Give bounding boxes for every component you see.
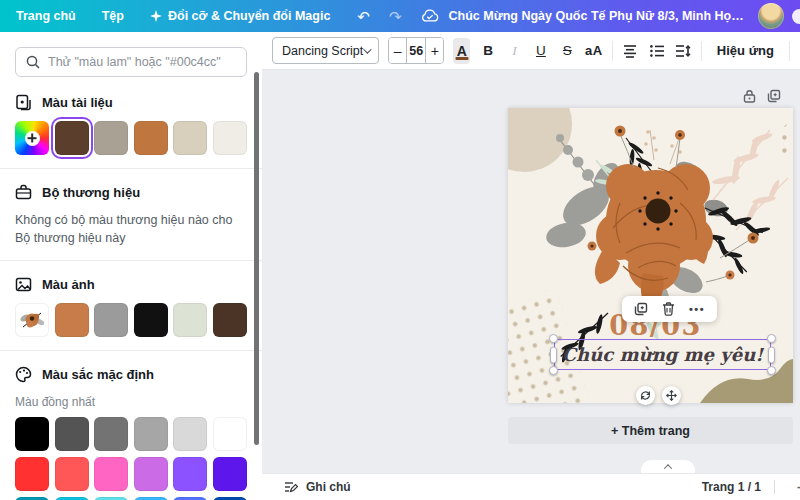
duplicate-page-icon[interactable] [767,89,781,107]
divider [0,350,262,351]
chevron-up-icon [664,464,672,472]
color-swatch[interactable] [94,417,128,451]
color-swatch[interactable] [15,457,49,491]
move-button[interactable] [662,386,681,405]
section-brand-kit: Bộ thương hiệu [15,184,247,201]
section-title: Bộ thương hiệu [42,185,140,200]
color-swatch[interactable] [173,457,207,491]
chevron-down-icon [363,45,371,53]
increase-font-size-button[interactable]: + [426,38,443,63]
color-swatch[interactable] [94,121,128,155]
brand-kit-icon [15,184,32,201]
element-floating-toolbar: ••• [622,296,717,322]
font-family-value: Dancing Script [282,44,363,58]
topbar-edge-button[interactable] [792,9,800,24]
search-icon [26,55,40,69]
list-icon[interactable] [648,38,665,64]
rotate-button[interactable] [636,386,655,405]
divider [789,41,790,61]
section-title: Màu ảnh [42,277,95,292]
effects-button[interactable]: Hiệu ứng [711,43,780,58]
document-color-swatches [15,121,247,155]
redo-icon[interactable]: ↷ [389,9,402,24]
menu-file[interactable]: Tệp [89,9,137,23]
selected-text-element[interactable]: Chúc mừng mẹ yêu! [554,339,771,370]
divider [0,168,262,169]
search-input[interactable] [48,55,236,69]
font-size-value[interactable]: 56 [406,38,427,63]
color-swatch-selected[interactable] [55,121,89,155]
color-swatch[interactable] [173,417,207,451]
resize-handle-left[interactable] [550,346,557,363]
notes-button[interactable]: Ghi chú [284,480,351,494]
lock-icon[interactable] [743,89,756,107]
color-swatch[interactable] [213,457,247,491]
decrease-font-size-button[interactable]: – [389,38,406,63]
section-default-colors: Màu sắc mặc định [15,366,247,383]
menu-magic-resize[interactable]: Đổi cỡ & Chuyển đổi Magic [137,9,343,23]
cloud-saved-icon[interactable] [421,9,439,23]
bottom-panel-toggle[interactable] [641,460,695,473]
menu-home[interactable]: Trang chủ [12,9,89,23]
color-swatch[interactable] [94,303,128,337]
resize-handle-bottom-right[interactable] [767,366,776,375]
add-page-button[interactable]: + Thêm trang [508,417,793,444]
avatar[interactable] [758,3,784,29]
page-indicator[interactable]: Trang 1 / 1 [702,480,761,494]
color-swatch[interactable] [134,457,168,491]
delete-icon[interactable] [662,302,675,316]
color-swatch[interactable] [134,303,168,337]
italic-button[interactable]: I [506,38,523,64]
section-title: Màu sắc mặc định [42,367,154,382]
undo-icon[interactable]: ↶ [357,9,370,24]
divider [612,41,613,61]
resize-handle-top-left[interactable] [549,334,558,343]
color-swatch[interactable] [94,457,128,491]
add-color-button[interactable] [15,121,49,155]
sidebar-scrollbar[interactable] [254,72,259,445]
top-menu-bar: Trang chủ Tệp Đổi cỡ & Chuyển đổi Magic … [0,0,800,32]
photo-thumbnail-swatch[interactable] [15,303,49,337]
strikethrough-button[interactable]: S [559,38,576,64]
resize-handle-bottom-left[interactable] [549,366,558,375]
color-swatch[interactable] [134,121,168,155]
section-document-colors: Màu tài liệu [15,94,247,111]
color-swatch[interactable] [15,417,49,451]
history-controls: ↶ ↷ [357,9,438,24]
case-button[interactable]: aA [585,38,603,64]
zoom-out-button[interactable]: – [788,479,800,495]
resize-handle-top-right[interactable] [767,334,776,343]
document-colors-icon [15,94,32,111]
color-swatch[interactable] [213,417,247,451]
font-size-stepper: – 56 + [388,37,444,64]
alignment-icon[interactable] [622,38,639,64]
more-options-icon[interactable]: ••• [689,303,705,315]
default-color-row [15,417,247,451]
color-swatch[interactable] [173,121,207,155]
text-color-indicator [455,57,468,60]
color-swatch[interactable] [134,417,168,451]
bold-button[interactable]: B [479,38,496,64]
color-swatch[interactable] [55,303,89,337]
duplicate-icon[interactable] [634,302,648,316]
color-swatch[interactable] [213,303,247,337]
color-swatch[interactable] [55,457,89,491]
notes-icon [284,481,298,494]
spacing-icon[interactable] [674,38,691,64]
greeting-text[interactable]: Chúc mừng mẹ yêu! [555,340,770,369]
color-panel-sidebar: Màu tài liệu Bộ thương hiệu Không có bộ … [0,32,262,500]
color-swatch[interactable] [173,303,207,337]
color-swatch[interactable] [213,121,247,155]
font-family-select[interactable]: Dancing Script [272,37,379,64]
color-swatch[interactable] [55,417,89,451]
main-area: Màu tài liệu Bộ thương hiệu Không có bộ … [0,32,800,500]
solid-colors-label: Màu đồng nhất [15,395,247,409]
sparkle-icon [150,10,162,22]
plus-icon [25,131,40,146]
resize-handle-right[interactable] [768,346,775,363]
text-color-button[interactable]: A [453,38,470,64]
default-color-row [15,457,247,491]
workspace: Dancing Script – 56 + A B I U S aA [262,32,800,500]
underline-button[interactable]: U [532,38,549,64]
design-title[interactable]: Chúc Mừng Ngày Quốc Tế Phụ Nữ 8/3, Minh … [439,9,759,23]
